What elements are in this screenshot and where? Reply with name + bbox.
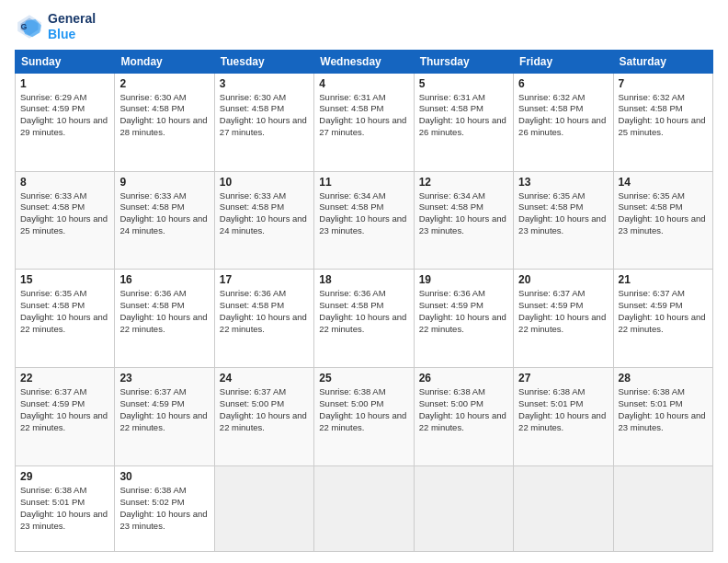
calendar-week-row: 8Sunrise: 6:33 AM Sunset: 4:58 PM Daylig…	[16, 171, 713, 270]
calendar-cell: 3Sunrise: 6:30 AM Sunset: 4:58 PM Daylig…	[214, 73, 313, 171]
day-number: 13	[518, 176, 608, 189]
day-info: Sunrise: 6:38 AM Sunset: 5:02 PM Dayligh…	[119, 485, 209, 532]
svg-text:G: G	[20, 22, 27, 31]
calendar-cell: 4Sunrise: 6:31 AM Sunset: 4:58 PM Daylig…	[314, 73, 414, 171]
day-info: Sunrise: 6:33 AM Sunset: 4:58 PM Dayligh…	[119, 190, 209, 237]
calendar-cell	[414, 466, 513, 552]
calendar-header-row: Sunday Monday Tuesday Wednesday Thursday…	[16, 50, 713, 73]
day-number: 4	[319, 77, 408, 90]
day-info: Sunrise: 6:35 AM Sunset: 4:58 PM Dayligh…	[518, 190, 608, 237]
day-info: Sunrise: 6:33 AM Sunset: 4:58 PM Dayligh…	[220, 190, 309, 237]
day-info: Sunrise: 6:38 AM Sunset: 5:00 PM Dayligh…	[419, 386, 508, 433]
calendar-cell: 25Sunrise: 6:38 AM Sunset: 5:00 PM Dayli…	[314, 368, 414, 466]
day-info: Sunrise: 6:36 AM Sunset: 4:58 PM Dayligh…	[319, 288, 408, 335]
day-number: 27	[518, 372, 608, 385]
calendar-cell: 7Sunrise: 6:32 AM Sunset: 4:58 PM Daylig…	[613, 73, 712, 171]
day-info: Sunrise: 6:32 AM Sunset: 4:58 PM Dayligh…	[518, 92, 608, 139]
calendar-cell: 29Sunrise: 6:38 AM Sunset: 5:01 PM Dayli…	[16, 466, 115, 552]
day-info: Sunrise: 6:29 AM Sunset: 4:59 PM Dayligh…	[20, 92, 109, 139]
calendar-cell: 20Sunrise: 6:37 AM Sunset: 4:59 PM Dayli…	[514, 270, 613, 368]
calendar-cell: 8Sunrise: 6:33 AM Sunset: 4:58 PM Daylig…	[16, 171, 115, 270]
day-number: 24	[220, 372, 309, 385]
day-number: 6	[518, 77, 608, 90]
calendar-week-row: 29Sunrise: 6:38 AM Sunset: 5:01 PM Dayli…	[16, 466, 713, 552]
day-number: 5	[419, 77, 508, 90]
day-number: 19	[419, 273, 508, 286]
calendar-cell: 16Sunrise: 6:36 AM Sunset: 4:58 PM Dayli…	[115, 270, 214, 368]
day-number: 18	[319, 273, 408, 286]
day-info: Sunrise: 6:31 AM Sunset: 4:58 PM Dayligh…	[319, 92, 408, 139]
calendar-cell: 22Sunrise: 6:37 AM Sunset: 4:59 PM Dayli…	[16, 368, 115, 466]
day-number: 29	[20, 470, 109, 483]
calendar-cell: 14Sunrise: 6:35 AM Sunset: 4:58 PM Dayli…	[613, 171, 712, 270]
day-number: 17	[220, 273, 309, 286]
logo-icon: G	[15, 12, 44, 41]
calendar-cell: 15Sunrise: 6:35 AM Sunset: 4:58 PM Dayli…	[16, 270, 115, 368]
calendar-cell: 11Sunrise: 6:34 AM Sunset: 4:58 PM Dayli…	[314, 171, 414, 270]
calendar-cell: 10Sunrise: 6:33 AM Sunset: 4:58 PM Dayli…	[214, 171, 313, 270]
day-info: Sunrise: 6:35 AM Sunset: 4:58 PM Dayligh…	[619, 190, 708, 237]
calendar-cell: 27Sunrise: 6:38 AM Sunset: 5:01 PM Dayli…	[514, 368, 613, 466]
calendar-cell: 13Sunrise: 6:35 AM Sunset: 4:58 PM Dayli…	[514, 171, 613, 270]
day-number: 16	[119, 273, 209, 286]
day-info: Sunrise: 6:37 AM Sunset: 4:59 PM Dayligh…	[119, 386, 209, 433]
day-number: 9	[119, 176, 209, 189]
calendar-cell: 19Sunrise: 6:36 AM Sunset: 4:59 PM Dayli…	[414, 270, 513, 368]
calendar-cell: 12Sunrise: 6:34 AM Sunset: 4:58 PM Dayli…	[414, 171, 513, 270]
calendar-week-row: 22Sunrise: 6:37 AM Sunset: 4:59 PM Dayli…	[16, 368, 713, 466]
day-info: Sunrise: 6:37 AM Sunset: 4:59 PM Dayligh…	[518, 288, 608, 335]
day-number: 1	[20, 77, 109, 90]
calendar-cell: 23Sunrise: 6:37 AM Sunset: 4:59 PM Dayli…	[115, 368, 214, 466]
day-number: 28	[619, 372, 708, 385]
day-info: Sunrise: 6:37 AM Sunset: 5:00 PM Dayligh…	[220, 386, 309, 433]
calendar-week-row: 1Sunrise: 6:29 AM Sunset: 4:59 PM Daylig…	[16, 73, 713, 171]
calendar-table: Sunday Monday Tuesday Wednesday Thursday…	[15, 50, 713, 552]
calendar-cell: 17Sunrise: 6:36 AM Sunset: 4:58 PM Dayli…	[214, 270, 313, 368]
calendar-cell: 26Sunrise: 6:38 AM Sunset: 5:00 PM Dayli…	[414, 368, 513, 466]
day-info: Sunrise: 6:38 AM Sunset: 5:01 PM Dayligh…	[20, 485, 109, 532]
day-info: Sunrise: 6:38 AM Sunset: 5:01 PM Dayligh…	[619, 386, 708, 433]
day-info: Sunrise: 6:34 AM Sunset: 4:58 PM Dayligh…	[419, 190, 508, 237]
day-info: Sunrise: 6:38 AM Sunset: 5:01 PM Dayligh…	[518, 386, 608, 433]
day-number: 10	[220, 176, 309, 189]
col-monday: Monday	[115, 50, 214, 73]
day-info: Sunrise: 6:37 AM Sunset: 4:59 PM Dayligh…	[20, 386, 109, 433]
day-number: 8	[20, 176, 109, 189]
col-saturday: Saturday	[613, 50, 712, 73]
day-number: 21	[619, 273, 708, 286]
logo-text: General Blue	[48, 11, 96, 42]
day-info: Sunrise: 6:30 AM Sunset: 4:58 PM Dayligh…	[220, 92, 309, 139]
day-number: 20	[518, 273, 608, 286]
day-number: 22	[20, 372, 109, 385]
day-info: Sunrise: 6:36 AM Sunset: 4:59 PM Dayligh…	[419, 288, 508, 335]
day-info: Sunrise: 6:37 AM Sunset: 4:59 PM Dayligh…	[619, 288, 708, 335]
day-info: Sunrise: 6:31 AM Sunset: 4:58 PM Dayligh…	[419, 92, 508, 139]
col-friday: Friday	[514, 50, 613, 73]
calendar-cell	[314, 466, 414, 552]
day-number: 25	[319, 372, 408, 385]
col-wednesday: Wednesday	[314, 50, 414, 73]
calendar-cell	[214, 466, 313, 552]
day-info: Sunrise: 6:36 AM Sunset: 4:58 PM Dayligh…	[119, 288, 209, 335]
day-number: 7	[619, 77, 708, 90]
day-number: 15	[20, 273, 109, 286]
calendar-cell: 2Sunrise: 6:30 AM Sunset: 4:58 PM Daylig…	[115, 73, 214, 171]
calendar-cell: 24Sunrise: 6:37 AM Sunset: 5:00 PM Dayli…	[214, 368, 313, 466]
header: G General Blue	[15, 11, 713, 42]
day-number: 2	[119, 77, 209, 90]
day-number: 12	[419, 176, 508, 189]
page: G General Blue Sunday Monday Tuesday Wed…	[0, 0, 728, 563]
day-info: Sunrise: 6:36 AM Sunset: 4:58 PM Dayligh…	[220, 288, 309, 335]
calendar-cell: 21Sunrise: 6:37 AM Sunset: 4:59 PM Dayli…	[613, 270, 712, 368]
day-info: Sunrise: 6:33 AM Sunset: 4:58 PM Dayligh…	[20, 190, 109, 237]
calendar-cell: 6Sunrise: 6:32 AM Sunset: 4:58 PM Daylig…	[514, 73, 613, 171]
calendar-week-row: 15Sunrise: 6:35 AM Sunset: 4:58 PM Dayli…	[16, 270, 713, 368]
day-number: 23	[119, 372, 209, 385]
day-info: Sunrise: 6:30 AM Sunset: 4:58 PM Dayligh…	[119, 92, 209, 139]
col-thursday: Thursday	[414, 50, 513, 73]
logo: G General Blue	[15, 11, 96, 42]
calendar-cell	[613, 466, 712, 552]
day-number: 30	[119, 470, 209, 483]
day-number: 14	[619, 176, 708, 189]
calendar-cell: 9Sunrise: 6:33 AM Sunset: 4:58 PM Daylig…	[115, 171, 214, 270]
